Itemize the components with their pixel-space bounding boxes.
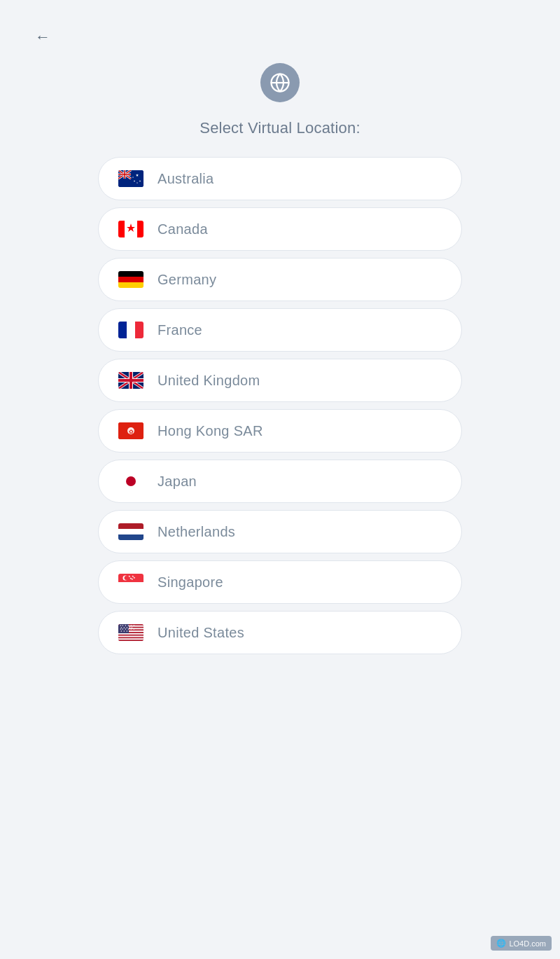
- globe-icon-container: [260, 63, 300, 102]
- svg-rect-49: [118, 636, 144, 637]
- location-item-netherlands[interactable]: Netherlands: [98, 510, 462, 553]
- watermark-text: LO4D.com: [509, 939, 546, 948]
- flag-ca: [118, 221, 144, 237]
- flag-hk: ✿: [118, 422, 144, 439]
- location-item-united-kingdom[interactable]: United Kingdom: [98, 359, 462, 402]
- flag-jp: [118, 473, 144, 490]
- svg-text:★: ★: [133, 576, 136, 579]
- location-name-france: France: [158, 322, 202, 338]
- location-name-singapore: Singapore: [158, 574, 223, 591]
- svg-rect-48: [118, 633, 144, 635]
- location-item-singapore[interactable]: ★ ★ ★ ★ ★ Singapore: [98, 560, 462, 604]
- location-item-france[interactable]: France: [98, 308, 462, 352]
- location-name-australia: Australia: [158, 171, 214, 187]
- back-arrow-icon: ←: [35, 28, 50, 46]
- flag-nl: [118, 523, 144, 540]
- svg-rect-18: [118, 221, 125, 237]
- location-item-germany[interactable]: Germany: [98, 258, 462, 301]
- svg-point-34: [126, 476, 136, 486]
- location-item-japan[interactable]: Japan: [98, 460, 462, 503]
- location-name-germany: Germany: [158, 272, 216, 288]
- flag-au: [118, 170, 144, 187]
- flag-sg: ★ ★ ★ ★ ★: [118, 574, 144, 591]
- location-name-united-kingdom: United Kingdom: [158, 373, 260, 389]
- svg-rect-50: [118, 638, 144, 640]
- svg-text:✿: ✿: [129, 429, 134, 435]
- location-list: Australia Canada Germany France: [98, 157, 462, 696]
- location-item-hong-kong[interactable]: ✿ Hong Kong SAR: [98, 409, 462, 453]
- location-item-united-states[interactable]: ★ ★ ★ ★ ★ ★ ★ ★ ★ ★ ★ ★ ★ ★ ★ ★ ★ ★ ★ ★ …: [98, 611, 462, 654]
- globe-icon: [270, 72, 290, 93]
- flag-us: ★ ★ ★ ★ ★ ★ ★ ★ ★ ★ ★ ★ ★ ★ ★ ★ ★ ★ ★ ★ …: [118, 624, 144, 641]
- location-name-japan: Japan: [158, 474, 197, 490]
- flag-de: [118, 271, 144, 288]
- location-name-netherlands: Netherlands: [158, 524, 235, 540]
- location-name-united-states: United States: [158, 625, 244, 641]
- location-item-australia[interactable]: Australia: [98, 157, 462, 200]
- flag-uk: [118, 372, 144, 389]
- location-name-canada: Canada: [158, 221, 208, 237]
- location-name-hong-kong: Hong Kong SAR: [158, 423, 263, 439]
- watermark: 🌐 LO4D.com: [491, 936, 552, 951]
- svg-text:★ ★ ★ ★ ★: ★ ★ ★ ★ ★: [120, 630, 133, 633]
- back-button[interactable]: ←: [35, 28, 50, 46]
- svg-rect-19: [137, 221, 144, 237]
- watermark-icon: 🌐: [496, 939, 506, 948]
- page-title: Select Virtual Location:: [200, 119, 360, 137]
- flag-fr: [118, 322, 144, 338]
- location-item-canada[interactable]: Canada: [98, 207, 462, 251]
